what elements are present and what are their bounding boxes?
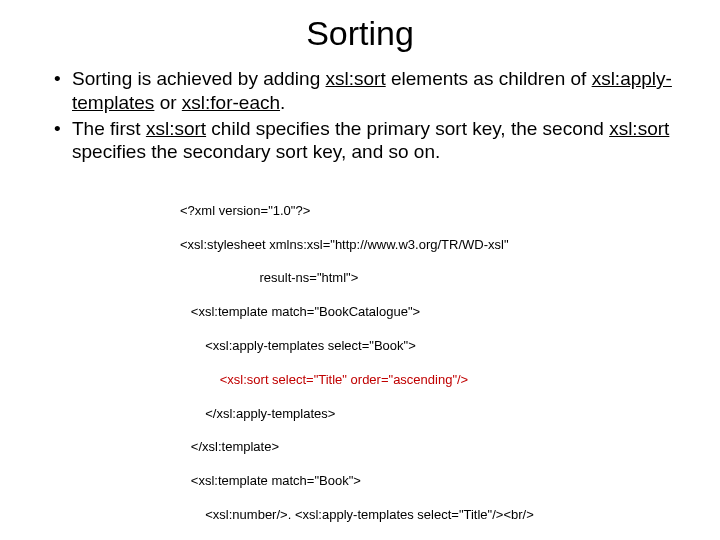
bullet-item: Sorting is achieved by adding xsl:sort e… (54, 67, 690, 115)
code-line: result-ns="html"> (180, 270, 690, 287)
code-line: <xsl:template match="BookCatalogue"> (180, 304, 690, 321)
code-line: </xsl:apply-templates> (180, 406, 690, 423)
text-fragment: Sorting is achieved by adding (72, 68, 326, 89)
bullet-list: Sorting is achieved by adding xsl:sort e… (30, 67, 690, 164)
text-fragment: child specifies the primary sort key, th… (206, 118, 609, 139)
underlined-term: xsl:sort (146, 118, 206, 139)
underlined-term: xsl:sort (326, 68, 386, 89)
code-line: </xsl:template> (180, 439, 690, 456)
code-line: <xsl:stylesheet xmlns:xsl="http://www.w3… (180, 237, 690, 254)
code-line: <?xml version="1.0"?> (180, 203, 690, 220)
text-fragment: or (154, 92, 181, 113)
code-block: <?xml version="1.0"?> <xsl:stylesheet xm… (30, 186, 690, 540)
underlined-term: xsl:for-each (182, 92, 280, 113)
text-fragment: . (280, 92, 285, 113)
code-line: <xsl:apply-templates select="Book"> (180, 338, 690, 355)
code-line: <xsl:template match="Book"> (180, 473, 690, 490)
slide-title: Sorting (30, 14, 690, 53)
code-line: <xsl:number/>. <xsl:apply-templates sele… (180, 507, 690, 524)
code-line-highlight: <xsl:sort select="Title" order="ascendin… (180, 372, 690, 389)
text-fragment: elements as children of (386, 68, 592, 89)
text-fragment: specifies the secondary sort key, and so… (72, 141, 440, 162)
text-fragment: The first (72, 118, 146, 139)
bullet-item: The first xsl:sort child specifies the p… (54, 117, 690, 165)
underlined-term: xsl:sort (609, 118, 669, 139)
